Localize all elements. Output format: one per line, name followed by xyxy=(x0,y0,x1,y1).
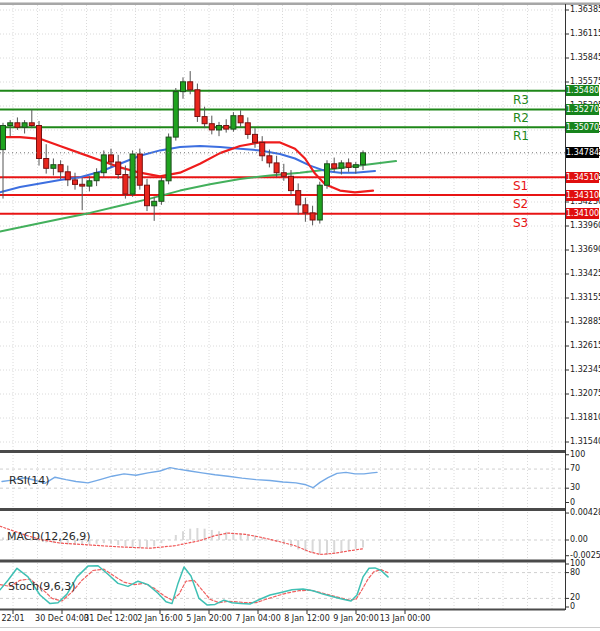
price-axis-label: 1.33690 xyxy=(570,245,600,254)
support-price-badge-s1: 1.34510 xyxy=(566,172,599,183)
price-axis-label: 1.32885 xyxy=(570,317,600,326)
time-axis-label: 7 Jan 04:00 xyxy=(235,614,281,623)
price-axis-label: 1.35845 xyxy=(570,53,600,62)
resistance-price-badge-r1: 1.35070 xyxy=(566,122,599,133)
rsi-axis-label: 0 xyxy=(570,498,575,507)
stoch-axis-label: 100 xyxy=(570,559,585,568)
time-axis-label: 2 Jan 16:00 xyxy=(137,614,183,623)
resistance-label-r1: R1 xyxy=(513,129,529,143)
stoch-axis-label: 0 xyxy=(570,602,575,611)
price-axis-label: 1.32615 xyxy=(570,341,600,350)
stoch-indicator-title: Stoch(9,6,3) xyxy=(8,580,76,593)
time-axis-label: 22:01 xyxy=(1,614,24,623)
price-axis-label: 1.33425 xyxy=(570,269,600,278)
rsi-axis-label: 100 xyxy=(570,450,585,459)
macd-axis-label: 0.00 xyxy=(570,535,588,544)
current-price-badge: 1.34784 xyxy=(566,147,599,158)
support-price-badge-s2: 1.34310 xyxy=(566,190,599,201)
support-price-badge-s3: 1.34100 xyxy=(566,208,599,219)
time-axis-label: 8 Jan 12:00 xyxy=(284,614,330,623)
stoch-axis-label: 20 xyxy=(570,593,580,602)
stoch-axis-label: 80 xyxy=(570,568,580,577)
macd-indicator-title: MACD(12,26,9) xyxy=(7,530,91,543)
time-axis-label: 31 Dec 12:00 xyxy=(84,614,138,623)
price-axis-label: 1.36385 xyxy=(570,5,600,14)
price-axis-label: 1.32345 xyxy=(570,365,600,374)
time-axis-label: 9 Jan 20:00 xyxy=(333,614,379,623)
price-axis-label: 1.31540 xyxy=(570,437,600,446)
rsi-axis-label: 30 xyxy=(570,483,580,492)
support-label-s3: S3 xyxy=(513,216,528,230)
price-axis-label: 1.31810 xyxy=(570,413,600,422)
support-label-s2: S2 xyxy=(513,197,528,211)
price-axis-label: 1.33155 xyxy=(570,293,600,302)
time-axis-label: 30 Dec 04:00 xyxy=(35,614,89,623)
resistance-price-badge-r2: 1.35270 xyxy=(566,104,599,115)
price-axis-label: 1.33960 xyxy=(570,221,600,230)
time-axis-label: 13 Jan 00:00 xyxy=(380,614,431,623)
rsi-indicator-title: RSI(14) xyxy=(9,474,49,487)
time-axis-label: 5 Jan 20:00 xyxy=(186,614,232,623)
price-axis-label: 1.32075 xyxy=(570,389,600,398)
macd-axis-label: 0.004288 xyxy=(570,508,600,517)
rsi-axis-label: 70 xyxy=(570,464,580,473)
resistance-label-r3: R3 xyxy=(513,93,529,107)
support-label-s1: S1 xyxy=(513,179,528,193)
forex-chart-window: R3 R2 R1 S1 S2 S3 1.363851.361151.358451… xyxy=(0,0,600,631)
resistance-price-badge-r3: 1.35480 xyxy=(566,85,599,96)
price-axis-label: 1.36115 xyxy=(570,29,600,38)
resistance-label-r2: R2 xyxy=(513,111,529,125)
